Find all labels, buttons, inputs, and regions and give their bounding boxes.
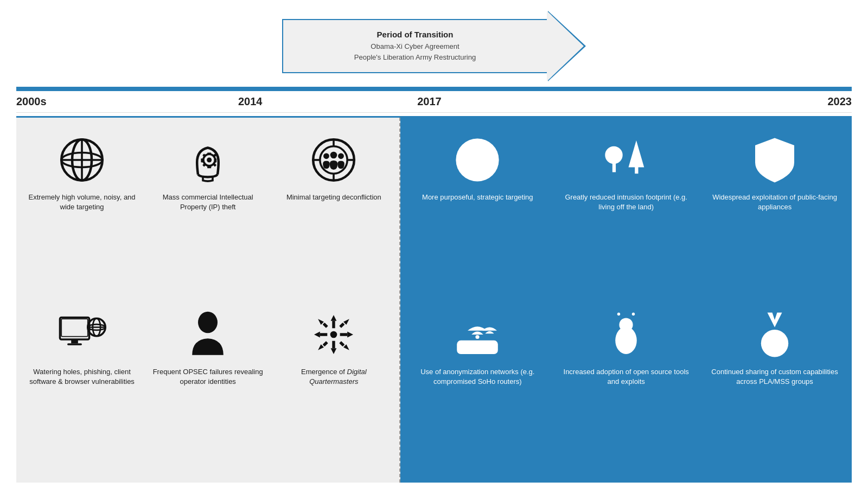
svg-rect-38	[333, 341, 335, 348]
svg-point-82	[627, 321, 631, 325]
content-area: Extremely high volume, noisy, and wide t…	[16, 116, 852, 483]
svg-line-89	[607, 344, 615, 348]
person-icon	[181, 307, 235, 362]
svg-point-23	[338, 153, 344, 159]
main-container: Period of Transition Obama-Xi Cyber Agre…	[0, 0, 868, 488]
svg-rect-46	[340, 322, 345, 328]
svg-marker-41	[348, 331, 354, 337]
transition-arrow: Period of Transition Obama-Xi Cyber Agre…	[282, 11, 586, 81]
cell-target-people: Minimal targeting deconfliction	[273, 129, 394, 298]
svg-marker-35	[331, 315, 337, 321]
svg-marker-37	[331, 348, 337, 354]
right-grid: More purposeful, strategic targeting	[406, 129, 846, 472]
svg-line-90	[637, 333, 646, 337]
cell-text-target-people: Minimal targeting deconfliction	[286, 192, 381, 202]
globe-icon	[55, 133, 109, 187]
svg-rect-26	[71, 339, 78, 343]
svg-marker-47	[318, 344, 324, 350]
target-people-icon	[307, 133, 361, 187]
svg-marker-59	[630, 146, 642, 165]
svg-marker-39	[314, 331, 320, 337]
cell-text-person: Frequent OPSEC failures revealing operat…	[151, 367, 265, 387]
svg-marker-96	[768, 312, 782, 327]
svg-line-87	[607, 333, 615, 337]
svg-rect-9	[201, 158, 204, 162]
cell-router: Use of anonymization networks (e.g. comp…	[406, 303, 549, 472]
cell-text-shield: Widespread exploitation of public-facing…	[706, 192, 843, 212]
svg-point-33	[198, 311, 218, 333]
year-2000s: 2000s	[16, 95, 100, 108]
bullseye-icon	[450, 133, 505, 187]
cell-text-monitor-globe: Watering holes, phishing, client softwar…	[25, 367, 139, 387]
left-grid: Extremely high volume, noisy, and wide t…	[22, 129, 394, 472]
svg-point-78	[480, 344, 485, 349]
cell-medal: Continued sharing of custom capabilities…	[703, 303, 846, 472]
year-labels: 2000s 2014 2017 2023	[16, 91, 852, 113]
svg-point-86	[632, 312, 635, 315]
svg-rect-75	[457, 340, 499, 354]
svg-rect-10	[214, 158, 217, 162]
shield-icon	[748, 133, 802, 187]
svg-marker-45	[343, 319, 349, 325]
svg-rect-55	[612, 163, 616, 172]
svg-rect-42	[340, 333, 348, 336]
cell-text-farm: Greatly reduced intrusion footprint (e.g…	[558, 192, 694, 212]
cell-globe: Extremely high volume, noisy, and wide t…	[22, 129, 142, 298]
svg-point-80	[620, 318, 633, 331]
cell-monitor-globe: Watering holes, phishing, client softwar…	[22, 303, 142, 472]
arrow-section: Period of Transition Obama-Xi Cyber Agre…	[16, 11, 852, 81]
year-2014: 2014	[100, 95, 400, 108]
arrow-title: Period of Transition	[377, 30, 454, 39]
cell-person: Frequent OPSEC failures revealing operat…	[148, 303, 268, 472]
left-panel: Extremely high volume, noisy, and wide t…	[16, 118, 400, 483]
cell-farm: Greatly reduced intrusion footprint (e.g…	[554, 129, 698, 298]
svg-point-81	[621, 321, 625, 325]
cell-text-bullseye: More purposeful, strategic targeting	[422, 192, 533, 202]
year-2017: 2017	[400, 95, 626, 108]
svg-rect-50	[340, 341, 345, 346]
cell-text-router: Use of anonymization networks (e.g. comp…	[409, 367, 546, 387]
cell-text-globe: Extremely high volume, noisy, and wide t…	[25, 192, 139, 212]
arrow-body: Period of Transition Obama-Xi Cyber Agre…	[282, 19, 553, 73]
arrow-head-inner	[547, 11, 584, 81]
cell-shield: Widespread exploitation of public-facing…	[703, 129, 846, 298]
svg-point-76	[464, 344, 469, 349]
svg-rect-48	[323, 341, 328, 346]
svg-line-92	[637, 344, 646, 348]
router-icon	[450, 307, 505, 362]
svg-rect-25	[61, 319, 88, 336]
svg-point-74	[476, 335, 480, 338]
svg-rect-73	[773, 166, 776, 170]
svg-point-85	[617, 312, 620, 315]
svg-point-34	[330, 331, 337, 338]
svg-point-56	[605, 146, 622, 164]
svg-point-22	[330, 152, 337, 159]
timeline-bar	[16, 87, 852, 91]
svg-rect-7	[207, 153, 211, 156]
cell-arrows: Emergence of Digital Quartermasters	[273, 303, 394, 472]
cell-text-head-gears: Mass commercial Intellectual Property (I…	[151, 192, 265, 212]
cell-text-arrows: Emergence of Digital Quartermasters	[277, 367, 391, 387]
bug-icon	[599, 307, 653, 362]
svg-rect-40	[320, 333, 328, 336]
year-2023: 2023	[626, 95, 852, 108]
svg-point-21	[323, 153, 329, 159]
right-panel: More purposeful, strategic targeting	[400, 118, 852, 483]
head-gears-icon	[181, 133, 235, 187]
svg-rect-44	[323, 322, 328, 328]
cell-head-gears: Mass commercial Intellectual Property (I…	[148, 129, 268, 298]
farm-icon	[599, 133, 653, 187]
arrows-icon	[307, 307, 361, 362]
arrow-subtitle: Obama-Xi Cyber Agreement People's Libera…	[354, 41, 476, 62]
svg-marker-43	[318, 319, 324, 325]
svg-point-6	[207, 158, 212, 163]
medal-icon	[748, 307, 802, 362]
cell-bug: Increased adoption of open source tools …	[554, 303, 698, 472]
svg-rect-8	[207, 166, 211, 169]
cell-bullseye: More purposeful, strategic targeting	[406, 129, 549, 298]
svg-rect-36	[333, 320, 335, 328]
cell-text-medal: Continued sharing of custom capabilities…	[706, 367, 843, 387]
svg-marker-49	[343, 344, 349, 350]
cell-text-bug: Increased adoption of open source tools …	[558, 367, 694, 387]
svg-rect-27	[67, 343, 82, 345]
